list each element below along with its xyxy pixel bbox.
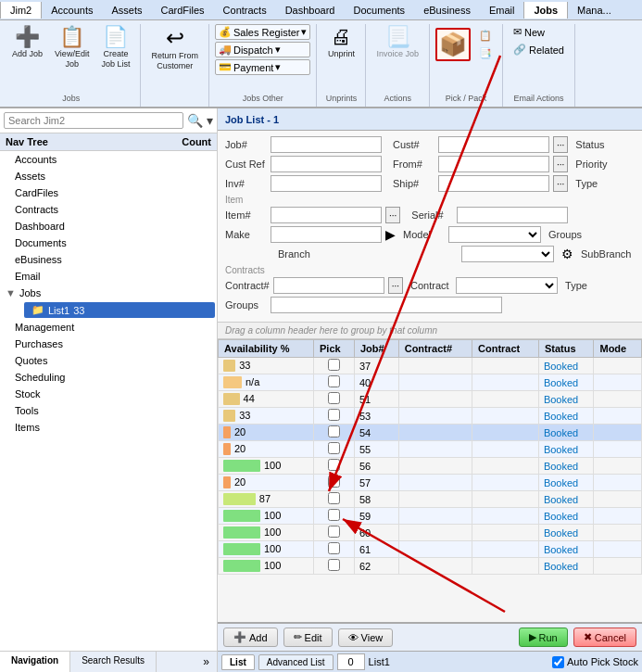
cancel-button[interactable]: ✖ Cancel xyxy=(573,628,636,647)
ship-input[interactable] xyxy=(438,175,549,192)
run-button[interactable]: ▶ Run xyxy=(519,628,568,647)
create-list-button[interactable]: 📄 CreateJob List xyxy=(96,24,134,72)
pick-cell[interactable] xyxy=(314,441,355,458)
pick-cell[interactable] xyxy=(314,425,355,441)
pick-checkbox[interactable] xyxy=(328,559,340,571)
dispatch-dropdown[interactable]: 🚚 Dispatch ▾ xyxy=(215,42,311,57)
sidebar-item-stock[interactable]: Stock xyxy=(0,386,217,402)
pick-pack-sub2[interactable]: 📑 xyxy=(474,45,497,61)
contract-num-input[interactable] xyxy=(273,277,384,294)
pick-cell[interactable] xyxy=(314,541,355,558)
menu-assets[interactable]: Assets xyxy=(102,2,151,19)
menu-jim2[interactable]: Jim2 xyxy=(0,2,42,19)
pick-checkbox[interactable] xyxy=(328,375,340,387)
menu-ebusiness[interactable]: eBusiness xyxy=(414,2,480,19)
sidebar-item-tools[interactable]: Tools xyxy=(0,402,217,419)
item-dotbtn[interactable]: ··· xyxy=(385,207,400,223)
pick-cell[interactable] xyxy=(314,491,355,508)
sidebar-item-ebusiness[interactable]: eBusiness xyxy=(0,251,217,268)
pick-cell[interactable] xyxy=(314,458,355,475)
pick-checkbox[interactable] xyxy=(328,409,340,421)
menu-documents[interactable]: Documents xyxy=(344,2,414,19)
pick-cell[interactable] xyxy=(314,374,355,391)
model-select[interactable] xyxy=(448,226,541,243)
sidebar-item-assets[interactable]: Assets xyxy=(0,168,217,184)
data-grid[interactable]: Availability % Pick Job# Contract# Contr… xyxy=(218,339,642,622)
menu-dashboard[interactable]: Dashboard xyxy=(276,2,345,19)
pick-cell[interactable] xyxy=(314,558,355,575)
sidebar-tab-navigation[interactable]: Navigation xyxy=(0,652,70,672)
sidebar-item-cardfiles[interactable]: CardFiles xyxy=(0,184,217,201)
pick-checkbox[interactable] xyxy=(328,542,340,554)
cust-dotbtn[interactable]: ··· xyxy=(553,136,568,153)
table-row[interactable]: 10059Booked xyxy=(219,508,642,525)
sidebar-item-management[interactable]: Management xyxy=(0,319,217,336)
view-button[interactable]: 👁 View xyxy=(338,628,394,647)
col-availability[interactable]: Availability % xyxy=(219,340,314,358)
sidebar-item-dashboard[interactable]: Dashboard xyxy=(0,218,217,235)
sidebar-tab-search-results[interactable]: Search Results xyxy=(70,652,157,672)
menu-cardfiles[interactable]: CardFiles xyxy=(152,2,214,19)
sidebar-item-list1[interactable]: 📁 List1 33 xyxy=(24,302,215,318)
pick-checkbox[interactable] xyxy=(328,359,340,371)
edit-button[interactable]: ✏ Edit xyxy=(283,628,333,647)
table-row[interactable]: 10056Booked xyxy=(219,458,642,475)
col-pick[interactable]: Pick xyxy=(314,340,355,358)
related-button[interactable]: 🔗 Related xyxy=(509,42,569,57)
branch-select[interactable] xyxy=(461,246,554,262)
payment-dropdown[interactable]: 💳 Payment ▾ xyxy=(215,59,311,75)
contract-dotbtn[interactable]: ··· xyxy=(388,277,403,294)
table-row[interactable]: 10060Booked xyxy=(219,525,642,541)
custref-input[interactable] xyxy=(271,156,382,172)
sidebar-item-contracts[interactable]: Contracts xyxy=(0,201,217,218)
sidebar-item-quotes[interactable]: Quotes xyxy=(0,352,217,369)
search-dropdown-icon[interactable]: ▾ xyxy=(207,113,213,128)
col-contract-num[interactable]: Contract# xyxy=(398,340,472,358)
invoice-job-button[interactable]: 📃 Invoice Job xyxy=(371,24,423,62)
col-job[interactable]: Job# xyxy=(354,340,398,358)
page-input[interactable] xyxy=(337,653,365,670)
col-mode[interactable]: Mode xyxy=(594,340,642,358)
search-input[interactable] xyxy=(4,112,183,129)
tab-advanced-list[interactable]: Advanced List xyxy=(258,654,334,670)
from-input[interactable] xyxy=(438,156,549,172)
pick-checkbox[interactable] xyxy=(328,492,340,504)
table-row[interactable]: 2055Booked xyxy=(219,441,642,458)
sales-register-dropdown[interactable]: 💰 Sales Register ▾ xyxy=(215,24,311,40)
table-row[interactable]: 3353Booked xyxy=(219,408,642,425)
sidebar-item-items[interactable]: Items xyxy=(0,419,217,436)
menu-manage[interactable]: Mana... xyxy=(568,2,621,19)
pick-cell[interactable] xyxy=(314,391,355,408)
table-row[interactable]: 4451Booked xyxy=(219,391,642,408)
make-arrow-icon[interactable]: ▶ xyxy=(385,227,396,242)
menu-accounts[interactable]: Accounts xyxy=(42,2,102,19)
from-dotbtn[interactable]: ··· xyxy=(553,156,568,172)
unprint-button[interactable]: 🖨 Unprint xyxy=(322,24,359,62)
new-email-button[interactable]: ✉ New xyxy=(509,24,569,40)
sidebar-item-scheduling[interactable]: Scheduling xyxy=(0,369,217,386)
pick-pack-button[interactable]: 📦 xyxy=(435,28,471,61)
pick-pack-sub1[interactable]: 📋 xyxy=(474,28,497,44)
table-row[interactable]: 10061Booked xyxy=(219,541,642,558)
return-customer-button[interactable]: ↩ Return FromCustomer xyxy=(146,24,203,74)
table-row[interactable]: 3337Booked xyxy=(219,358,642,374)
sidebar-item-documents[interactable]: Documents xyxy=(0,235,217,251)
ship-dotbtn[interactable]: ··· xyxy=(553,175,568,192)
table-row[interactable]: 2057Booked xyxy=(219,475,642,491)
pick-cell[interactable] xyxy=(314,525,355,541)
pick-checkbox[interactable] xyxy=(328,459,340,471)
add-job-button[interactable]: ➕ Add Job xyxy=(7,24,47,62)
pick-checkbox[interactable] xyxy=(328,475,340,488)
table-row[interactable]: 10062Booked xyxy=(219,558,642,575)
sidebar-item-email[interactable]: Email xyxy=(0,268,217,285)
sidebar-item-jobs[interactable]: ▼ Jobs xyxy=(0,285,217,301)
table-row[interactable]: 8758Booked xyxy=(219,491,642,508)
pick-cell[interactable] xyxy=(314,508,355,525)
table-row[interactable]: n/a40Booked xyxy=(219,374,642,391)
pick-cell[interactable] xyxy=(314,408,355,425)
sidebar-item-accounts[interactable]: Accounts xyxy=(0,151,217,168)
col-contract[interactable]: Contract xyxy=(472,340,539,358)
cust-input[interactable] xyxy=(438,136,549,153)
pick-checkbox[interactable] xyxy=(328,442,340,454)
branch-settings-icon[interactable]: ⚙ xyxy=(561,247,573,261)
